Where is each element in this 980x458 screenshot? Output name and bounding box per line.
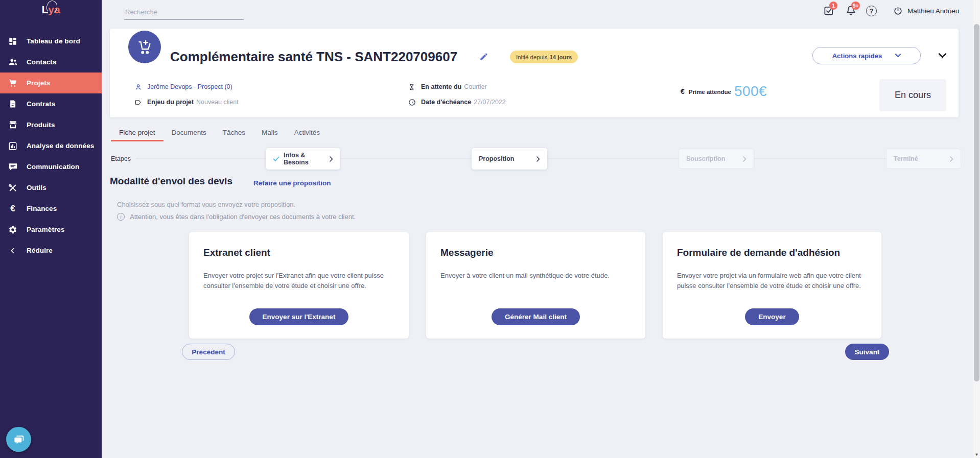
gear-icon [8,225,18,235]
project-title: Complémentaire santé TNS - SANT220709607 [170,49,457,65]
sidebar-item-tableau-de-bord[interactable]: Tableau de bord [0,31,102,52]
sidebar-item-label: Contacts [27,58,57,66]
logo-letters-ya: ya [48,4,60,15]
tab-taches[interactable]: Tâches [215,125,253,141]
tab-activites[interactable]: Activités [286,125,328,141]
step-label: Proposition [479,155,514,162]
sidebar-item-reduire[interactable]: Réduire [0,240,102,261]
initiated-prefix: Initié depuis [516,54,547,60]
app-logo[interactable]: Lya [0,4,102,16]
logo-letter-l: L [41,4,48,15]
scrollbar-thumb[interactable] [974,24,979,381]
sidebar-item-label: Projets [27,79,50,87]
step-proposition[interactable]: Proposition [472,148,547,170]
chevron-down-icon [895,54,901,58]
sidebar-item-label: Contrats [27,100,55,108]
euro-icon: € [681,87,685,95]
premium-value: 500€ [734,83,767,100]
cart-plus-icon [136,38,153,56]
bar-chart-icon [8,141,18,151]
tab-mails[interactable]: Mails [253,125,286,141]
sidebar-item-label: Tableau de bord [27,37,80,45]
dashboard-icon [8,36,18,46]
vertical-scrollbar[interactable]: ▼ [973,0,980,458]
collapse-header-icon[interactable] [938,51,947,60]
step-label: Terminé [894,155,918,162]
step-souscription: Souscription [679,149,754,169]
steps-heading: Etapes [111,155,131,162]
next-button[interactable]: Suivant [845,344,889,360]
sidebar-item-label: Communication [27,163,79,171]
contact-link[interactable]: Jerôme Devops - Prospect (0) [147,83,232,90]
section-title: Modalité d'envoi des devis [110,176,232,187]
power-icon [893,6,903,16]
help-button[interactable]: ? [866,6,879,19]
stake-label: Enjeu du projet [147,99,194,106]
project-tabs: Fiche projet Documents Tâches Mails Acti… [111,125,328,141]
search-input[interactable] [124,4,244,20]
chat-bubbles-icon [12,433,26,446]
tasks-button[interactable]: 1 [823,5,836,18]
tasks-badge: 1 [829,2,837,10]
contacts-icon [8,57,18,67]
chat-widget-button[interactable] [6,427,31,452]
quick-actions-label: Actions rapides [832,52,882,60]
info-icon: i [117,213,125,221]
sidebar-item-label: Réduire [27,247,53,254]
section-subtitle: Choisissez sous quel format vous envoyez… [117,201,295,208]
question-icon: ? [866,6,877,16]
sidebar-item-outils[interactable]: Outils [0,177,102,198]
tools-icon [8,183,18,193]
sidebar-item-label: Finances [27,205,57,212]
send-extranet-button[interactable]: Envoyer sur l'Extranet [249,308,349,325]
step-infos-besoins[interactable]: Infos & Besoins [266,148,340,170]
due-value: 27/07/2022 [474,99,506,106]
tab-fiche-projet[interactable]: Fiche projet [111,125,164,141]
tab-documents[interactable]: Documents [164,125,215,141]
contract-icon [8,99,18,109]
sidebar-item-finances[interactable]: € Finances [0,198,102,219]
redo-proposition-link[interactable]: Refaire une proposition [253,179,331,187]
due-label: Date d'échéance [421,99,471,106]
card-title: Formulaire de demande d'adhésion [677,247,867,258]
step-label: Souscription [686,155,725,162]
tag-icon [134,98,142,106]
quick-actions-button[interactable]: Actions rapides [812,47,921,64]
sidebar: Lya Tableau de bord Contacts Projets Co [0,0,102,458]
person-icon [134,83,142,91]
chevron-right-icon [743,156,746,162]
user-menu[interactable]: Matthieu Andrieu [893,6,959,16]
project-avatar [128,31,161,63]
sidebar-item-parametres[interactable]: Paramètres [0,219,102,240]
sidebar-item-contacts[interactable]: Contacts [0,52,102,73]
send-form-button[interactable]: Envoyer [745,308,799,325]
sidebar-item-produits[interactable]: Produits [0,114,102,135]
premium-block: € Prime attendue 500€ [681,83,767,100]
generate-mail-button[interactable]: Générer Mail client [492,308,580,325]
section-warning: i Attention, vous êtes dans l'obligation… [117,213,356,221]
waiting-label: En attente du [421,83,461,90]
scrollbar-down-arrow[interactable]: ▼ [973,451,980,458]
topbar: 1 9+ ? Matthieu Andrieu [102,0,973,24]
card-body: Envoyer votre projet via un formulaire w… [677,271,867,291]
steps-line [135,158,959,159]
sidebar-item-projets[interactable]: Projets [0,73,102,93]
due-date-row: Date d'échéance 27/07/2022 [408,98,506,106]
edit-title-icon[interactable] [479,52,488,61]
sidebar-item-communication[interactable]: Communication [0,156,102,177]
warning-text: Attention, vous êtes dans l'obligation d… [130,213,356,221]
chevron-right-icon [536,156,540,162]
euro-icon: € [8,204,18,214]
sidebar-item-analyse-de-donnees[interactable]: Analyse de données [0,135,102,156]
contact-row[interactable]: Jerôme Devops - Prospect (0) [134,83,232,91]
notifications-button[interactable]: 9+ [845,5,858,18]
sidebar-item-label: Produits [27,121,55,129]
check-icon [273,156,279,162]
chat-icon [8,162,18,172]
stake-value: Nouveau client [196,99,239,106]
sidebar-nav: Tableau de bord Contacts Projets Contrat… [0,31,102,261]
chevron-left-icon [8,246,18,256]
previous-button[interactable]: Précédent [182,344,235,360]
premium-label: Prime attendue [689,89,731,95]
sidebar-item-contrats[interactable]: Contrats [0,93,102,114]
